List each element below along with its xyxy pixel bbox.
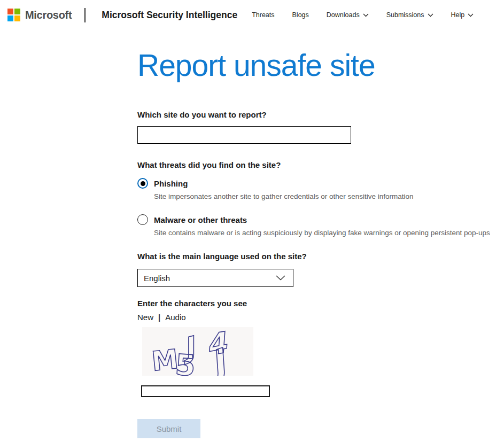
captcha-audio-link[interactable]: Audio	[165, 313, 185, 322]
nav-help[interactable]: Help	[451, 11, 474, 19]
main-nav: Threats Blogs Downloads Submissions Help	[252, 11, 474, 19]
nav-submissions-label: Submissions	[386, 11, 424, 19]
microsoft-wordmark[interactable]: Microsoft	[25, 9, 72, 21]
nav-downloads[interactable]: Downloads	[327, 11, 369, 19]
captcha-input[interactable]	[141, 385, 270, 397]
language-question-section: What is the main language used on the si…	[137, 252, 504, 287]
logo-square-green	[14, 9, 20, 14]
nav-help-label: Help	[451, 11, 465, 19]
microsoft-logo-icon[interactable]	[7, 9, 20, 21]
site-question-section: Which site do you want to report?	[137, 110, 504, 144]
header: Microsoft Microsoft Security Intelligenc…	[0, 0, 504, 28]
logo-square-red	[7, 9, 13, 14]
chevron-down-icon	[276, 275, 285, 281]
threats-question-label: What threats did you find on the site?	[137, 160, 504, 169]
radio-selected-icon	[137, 178, 148, 189]
site-question-label: Which site do you want to report?	[137, 110, 504, 119]
language-question-label: What is the main language used on the si…	[137, 252, 504, 261]
site-title-link[interactable]: Microsoft Security Intelligence	[102, 10, 237, 21]
chevron-down-icon	[428, 13, 433, 17]
radio-unselected-icon	[137, 214, 148, 225]
phishing-description: Site impersonates another site to gather…	[154, 192, 504, 200]
nav-threats[interactable]: Threats	[252, 11, 274, 19]
captcha-links: New | Audio	[137, 313, 504, 322]
threat-option-malware: Malware or other threats Site contains m…	[137, 214, 504, 237]
language-select[interactable]: English	[137, 269, 293, 287]
page-title: Report unsafe site	[137, 47, 504, 83]
malware-radio[interactable]: Malware or other threats	[137, 214, 504, 225]
chevron-down-icon	[363, 13, 369, 17]
captcha-link-separator: |	[158, 313, 160, 322]
phishing-radio[interactable]: Phishing	[137, 178, 504, 189]
captcha-label: Enter the characters you see	[137, 299, 504, 308]
nav-threats-label: Threats	[252, 11, 274, 19]
threats-question-section: What threats did you find on the site? P…	[137, 160, 504, 237]
header-divider	[84, 8, 86, 22]
nav-blogs-label: Blogs	[292, 11, 309, 19]
malware-description: Site contains malware or is acting suspi…	[154, 229, 504, 237]
site-url-input[interactable]	[137, 126, 351, 144]
captcha-image: J 4 M 5 J	[142, 327, 253, 376]
nav-blogs[interactable]: Blogs	[292, 11, 309, 19]
language-select-value: English	[144, 274, 170, 283]
nav-downloads-label: Downloads	[327, 11, 360, 19]
logo-square-blue	[7, 15, 13, 21]
chevron-down-icon	[468, 13, 474, 17]
captcha-section: Enter the characters you see New | Audio…	[137, 299, 504, 397]
threat-option-phishing: Phishing Site impersonates another site …	[137, 178, 504, 200]
svg-text:5: 5	[174, 348, 197, 376]
captcha-new-link[interactable]: New	[137, 313, 153, 322]
malware-radio-label: Malware or other threats	[154, 215, 247, 224]
logo-square-yellow	[14, 15, 20, 21]
submit-button[interactable]: Submit	[137, 419, 200, 438]
phishing-radio-label: Phishing	[154, 179, 188, 188]
nav-submissions[interactable]: Submissions	[386, 11, 433, 19]
main-content: Report unsafe site Which site do you wan…	[0, 47, 504, 438]
